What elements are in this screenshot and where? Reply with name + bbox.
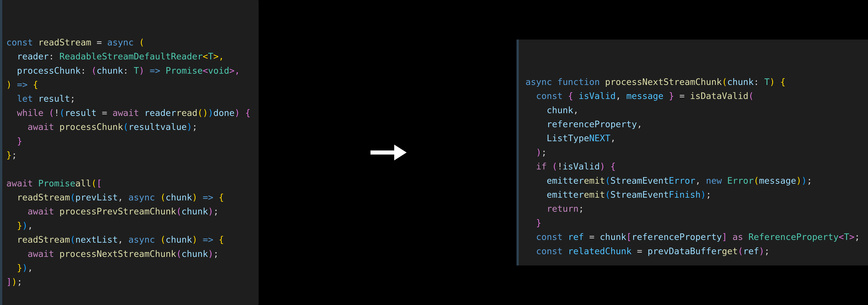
comma: , bbox=[118, 192, 128, 202]
brace: { bbox=[219, 192, 224, 202]
prop: value bbox=[160, 122, 187, 132]
arg: message bbox=[759, 175, 796, 186]
identifier: ref bbox=[568, 232, 584, 242]
paren: ( bbox=[160, 235, 165, 245]
paren: ) bbox=[11, 277, 17, 287]
enum-member: NEXT bbox=[589, 133, 610, 143]
method: all bbox=[75, 178, 91, 189]
gutter-highlight bbox=[0, 0, 2, 305]
type: Promise bbox=[165, 66, 203, 76]
paren: ) bbox=[6, 79, 11, 90]
op-eq: = bbox=[631, 246, 647, 256]
op-not: ! bbox=[557, 161, 563, 171]
comma: , bbox=[695, 175, 706, 186]
kw-async: async bbox=[107, 37, 133, 47]
identifier: result bbox=[65, 108, 96, 118]
method: get bbox=[722, 246, 738, 256]
paren: ( bbox=[605, 190, 610, 200]
kw-const: const bbox=[6, 37, 33, 47]
paren: ( bbox=[605, 175, 610, 186]
kw-function: function bbox=[557, 77, 600, 87]
gutter-highlight bbox=[517, 39, 519, 266]
arg: chunk bbox=[182, 206, 208, 216]
brace: { bbox=[780, 77, 785, 87]
code-line: const readStream = async ( bbox=[6, 37, 145, 47]
arg: referenceProperty bbox=[547, 119, 637, 129]
arrow: => bbox=[197, 235, 219, 245]
paren: ) bbox=[536, 147, 541, 158]
paren: ( bbox=[197, 108, 203, 118]
code-line: ); bbox=[526, 147, 547, 158]
paren: ) bbox=[203, 108, 208, 118]
semi: ; bbox=[192, 122, 197, 132]
kw-const: const bbox=[536, 246, 563, 256]
identifier: chunk bbox=[600, 232, 626, 242]
prop: done bbox=[213, 108, 235, 118]
type: ReferenceProperty bbox=[748, 232, 839, 242]
fn-name: processNextStreamChunk bbox=[605, 77, 722, 87]
op-not: ! bbox=[54, 108, 59, 118]
bracket: [ bbox=[96, 178, 102, 189]
code-line-blank bbox=[6, 164, 11, 174]
type: ReadableStreamDefaultReader bbox=[59, 51, 203, 62]
comma: , bbox=[616, 91, 626, 101]
identifier: message bbox=[626, 91, 663, 101]
kw-await: await bbox=[28, 122, 54, 132]
fn-call: isDataValid bbox=[690, 91, 748, 101]
paren: ) bbox=[192, 192, 197, 202]
paren: ( bbox=[59, 108, 65, 118]
identifier: isValid bbox=[579, 91, 616, 101]
comma: , bbox=[637, 119, 642, 129]
code-line: ListTypeNEXT, bbox=[526, 133, 616, 143]
paren: ( bbox=[160, 192, 165, 202]
paren-open: ( bbox=[134, 37, 145, 47]
identifier: result bbox=[33, 94, 70, 104]
brace: { bbox=[33, 79, 38, 90]
semi: ; bbox=[706, 190, 711, 200]
code-line: ) => { bbox=[6, 79, 38, 90]
paren: ( bbox=[754, 175, 759, 186]
kw-let: let bbox=[17, 94, 33, 104]
type-ref: ListType bbox=[547, 133, 589, 143]
brace: } bbox=[6, 150, 11, 160]
type-ref: StreamEvent bbox=[610, 175, 669, 186]
arg: chunk bbox=[182, 249, 208, 259]
brace: } bbox=[17, 263, 22, 273]
kw-const: const bbox=[536, 232, 563, 242]
paren: ) bbox=[796, 175, 801, 186]
paren: ( bbox=[91, 66, 96, 76]
method: emit bbox=[584, 175, 605, 186]
paren: ) bbox=[208, 206, 213, 216]
kw-while: while bbox=[17, 108, 43, 118]
comma: , bbox=[28, 263, 33, 273]
colon: : bbox=[49, 51, 59, 62]
identifier: emitter bbox=[547, 175, 584, 186]
paren: ) bbox=[770, 77, 775, 87]
comma: , bbox=[610, 133, 616, 143]
paren: ( bbox=[70, 192, 75, 202]
paren: ( bbox=[49, 108, 54, 118]
paren: ( bbox=[722, 77, 727, 87]
type: Error bbox=[727, 175, 754, 186]
paren: ) bbox=[208, 249, 213, 259]
arrow: => bbox=[11, 79, 33, 90]
fn-call: readStream bbox=[17, 235, 70, 245]
paren: ) bbox=[600, 161, 605, 171]
param: chunk bbox=[96, 66, 123, 76]
enum-member: Error bbox=[669, 175, 695, 186]
type: T bbox=[764, 77, 770, 87]
code-line: emitteremit(StreamEventFinish); bbox=[526, 190, 711, 200]
kw-async: async bbox=[526, 77, 552, 87]
code-line: const relatedChunk = prevDataBufferget(r… bbox=[526, 246, 770, 256]
param: chunk bbox=[165, 192, 192, 202]
code-line: const { isValid, message } = isDataValid… bbox=[526, 91, 754, 101]
method: emit bbox=[584, 190, 605, 200]
param: chunk bbox=[727, 77, 754, 87]
brace: { bbox=[245, 108, 250, 118]
param: processChunk bbox=[17, 66, 81, 76]
code-line: processChunk: (chunk: T) => Promise<void… bbox=[6, 66, 240, 76]
fn-call: processChunk bbox=[59, 122, 123, 132]
arg: nextList bbox=[75, 235, 118, 245]
code-line: referenceProperty, bbox=[526, 119, 643, 129]
paren: ) bbox=[208, 108, 213, 118]
